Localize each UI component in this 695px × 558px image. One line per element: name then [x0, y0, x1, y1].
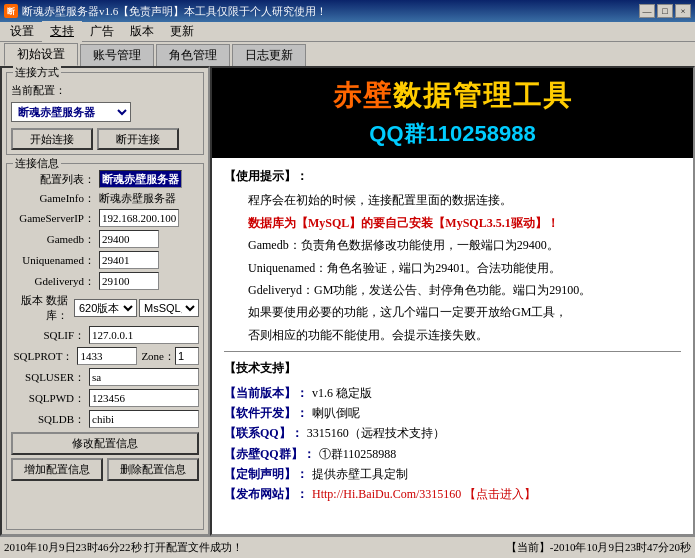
start-connect-button[interactable]: 开始连接	[11, 128, 93, 150]
tech-support-content: 【当前版本】： v1.6 稳定版 【软件开发】： 喇叭倒呢 【联系QQ】： 33…	[224, 383, 681, 505]
config-list-value: 断魂赤壁服务器	[99, 170, 182, 188]
menu-support[interactable]: 支持	[42, 21, 82, 42]
connect-section: 连接方式 当前配置： 断魂赤壁服务器 开始连接 断开连接	[6, 72, 204, 155]
menu-ads[interactable]: 广告	[82, 21, 122, 42]
sqlif-row: SQLIF：	[11, 326, 199, 344]
title-controls: — □ ×	[639, 4, 691, 18]
tech-value-4: 提供赤壁工具定制	[312, 464, 408, 484]
uniquenamed-value: 29401	[99, 251, 159, 269]
delete-config-button[interactable]: 删除配置信息	[107, 458, 199, 481]
gameinfo-label: GameInfo：	[11, 191, 99, 206]
db-type-select[interactable]: MsSQL库	[139, 299, 199, 317]
gameserverip-value: 192.168.200.100	[99, 209, 179, 227]
config-dropdown-wrapper: 断魂赤壁服务器	[11, 102, 199, 122]
tech-row-5: 【发布网站】： Http://Hi.BaiDu.Com/3315160 【点击进…	[224, 484, 681, 504]
usage-para-2: 数据库为【MySQL】的要自己安装【MySQL3.5.1驱动】！	[224, 213, 681, 233]
gamedb-label: Gamedb：	[11, 232, 99, 247]
tab-role-management[interactable]: 角色管理	[156, 44, 230, 66]
usage-para-1: 程序会在初始的时候，连接配置里面的数据连接。	[224, 190, 681, 210]
banner-title-part2: 数据管理工具	[393, 80, 573, 111]
divider	[224, 351, 681, 352]
tab-log-update[interactable]: 日志更新	[232, 44, 306, 66]
status-left: 2010年10月9日23时46分22秒 打开配置文件成功！	[4, 540, 243, 555]
config-dropdown[interactable]: 断魂赤壁服务器	[11, 102, 131, 122]
usage-tips-title: 【使用提示】：	[224, 166, 681, 186]
tab-bar: 初始设置 账号管理 角色管理 日志更新	[0, 42, 695, 66]
tech-row-1: 【软件开发】： 喇叭倒呢	[224, 403, 681, 423]
gdeliveryd-row: Gdeliveryd： 29100	[11, 272, 199, 290]
stop-connect-button[interactable]: 断开连接	[97, 128, 179, 150]
menu-update[interactable]: 更新	[162, 21, 202, 42]
sqlpwd-label: SQLPWD：	[11, 391, 89, 406]
zone-label: Zone：	[141, 349, 175, 364]
connection-info-section: 连接信息 配置列表： 断魂赤壁服务器 GameInfo： 断魂赤壁服务器 Gam…	[6, 163, 204, 530]
sqldb-row: SQLDB：	[11, 410, 199, 428]
banner-title: 赤壁数据管理工具	[333, 77, 573, 115]
menu-bar: 设置 支持 广告 版本 更新	[0, 22, 695, 42]
title-bar-text: 断 断魂赤壁服务器v1.6【免责声明】本工具仅限于个人研究使用！	[4, 4, 327, 19]
sqldb-label: SQLDB：	[11, 412, 89, 427]
tech-value-3: ①群110258988	[319, 444, 397, 464]
usage-para-5: Gdeliveryd：GM功能，发送公告、封停角色功能。端口为29100。	[224, 280, 681, 300]
current-config-row: 当前配置：	[11, 83, 199, 98]
minimize-button[interactable]: —	[639, 4, 655, 18]
tech-label-5: 【发布网站】：	[224, 484, 308, 504]
sqlprot-input[interactable]	[77, 347, 137, 365]
sqlif-label: SQLIF：	[11, 328, 89, 343]
connect-section-title: 连接方式	[13, 65, 61, 80]
gameserverip-row: GameServerIP： 192.168.200.100	[11, 209, 199, 227]
sqluser-input[interactable]	[89, 368, 199, 386]
sqlprot-row: SQLPROT： Zone：	[11, 347, 199, 365]
sqlprot-label: SQLPROT：	[11, 349, 77, 364]
bottom-buttons: 修改配置信息 增加配置信息 删除配置信息	[11, 432, 199, 481]
add-config-button[interactable]: 增加配置信息	[11, 458, 103, 481]
modify-config-button[interactable]: 修改配置信息	[11, 432, 199, 455]
tech-row-4: 【定制声明】： 提供赤壁工具定制	[224, 464, 681, 484]
add-delete-buttons: 增加配置信息 删除配置信息	[11, 458, 199, 481]
title-text: 断魂赤壁服务器v1.6【免责声明】本工具仅限于个人研究使用！	[22, 4, 327, 19]
tech-value-1: 喇叭倒呢	[312, 403, 360, 423]
menu-settings[interactable]: 设置	[2, 21, 42, 42]
tech-value-5[interactable]: Http://Hi.BaiDu.Com/3315160 【点击进入】	[312, 484, 536, 504]
sqluser-row: SQLUSER：	[11, 368, 199, 386]
gamedb-row: Gamedb： 29400	[11, 230, 199, 248]
right-panel: 赤壁数据管理工具 QQ群110258988 【使用提示】： 程序会在初始的时候，…	[210, 66, 695, 536]
tab-account-management[interactable]: 账号管理	[80, 44, 154, 66]
usage-para-7: 否则相应的功能不能使用。会提示连接失败。	[224, 325, 681, 345]
close-button[interactable]: ×	[675, 4, 691, 18]
sqluser-label: SQLUSER：	[11, 370, 89, 385]
zone-input[interactable]	[175, 347, 199, 365]
tech-row-2: 【联系QQ】： 3315160（远程技术支持）	[224, 423, 681, 443]
sqldb-input[interactable]	[89, 410, 199, 428]
tab-initial-settings[interactable]: 初始设置	[4, 43, 78, 66]
title-bar: 断 断魂赤壁服务器v1.6【免责声明】本工具仅限于个人研究使用！ — □ ×	[0, 0, 695, 22]
banner-title-part1: 赤壁	[333, 80, 393, 111]
tech-value-2: 3315160（远程技术支持）	[307, 423, 445, 443]
tech-value-0: v1.6 稳定版	[312, 383, 372, 403]
menu-version[interactable]: 版本	[122, 21, 162, 42]
maximize-button[interactable]: □	[657, 4, 673, 18]
sqlpwd-row: SQLPWD：	[11, 389, 199, 407]
db-version-select[interactable]: 620版本	[74, 299, 137, 317]
usage-para-3: Gamedb：负责角色数据修改功能使用，一般端口为29400。	[224, 235, 681, 255]
usage-para-4: Uniquenamed：角色名验证，端口为29401。合法功能使用。	[224, 258, 681, 278]
banner-qq: QQ群110258988	[369, 119, 535, 149]
gdeliveryd-value: 29100	[99, 272, 159, 290]
gameserverip-label: GameServerIP：	[11, 211, 99, 226]
current-config-label: 当前配置：	[11, 83, 66, 98]
usage-para-6: 如果要使用必要的功能，这几个端口一定要开放给GM工具，	[224, 302, 681, 322]
banner: 赤壁数据管理工具 QQ群110258988	[212, 68, 693, 158]
content-area: 【使用提示】： 程序会在初始的时候，连接配置里面的数据连接。 数据库为【MySQ…	[212, 158, 693, 534]
sqlif-input[interactable]	[89, 326, 199, 344]
tech-label-4: 【定制声明】：	[224, 464, 308, 484]
app-icon: 断	[4, 4, 18, 18]
tech-row-0: 【当前版本】： v1.6 稳定版	[224, 383, 681, 403]
sqlpwd-input[interactable]	[89, 389, 199, 407]
tech-row-3: 【赤壁QQ群】： ①群110258988	[224, 444, 681, 464]
status-bar: 2010年10月9日23时46分22秒 打开配置文件成功！ 【当前】-2010年…	[0, 536, 695, 558]
tech-label-2: 【联系QQ】：	[224, 423, 303, 443]
config-list-row: 配置列表： 断魂赤壁服务器	[11, 170, 199, 188]
uniquenamed-label: Uniquenamed：	[11, 253, 99, 268]
main-area: 连接方式 当前配置： 断魂赤壁服务器 开始连接 断开连接 连接信息 配置列表： …	[0, 66, 695, 536]
tech-label-0: 【当前版本】：	[224, 383, 308, 403]
